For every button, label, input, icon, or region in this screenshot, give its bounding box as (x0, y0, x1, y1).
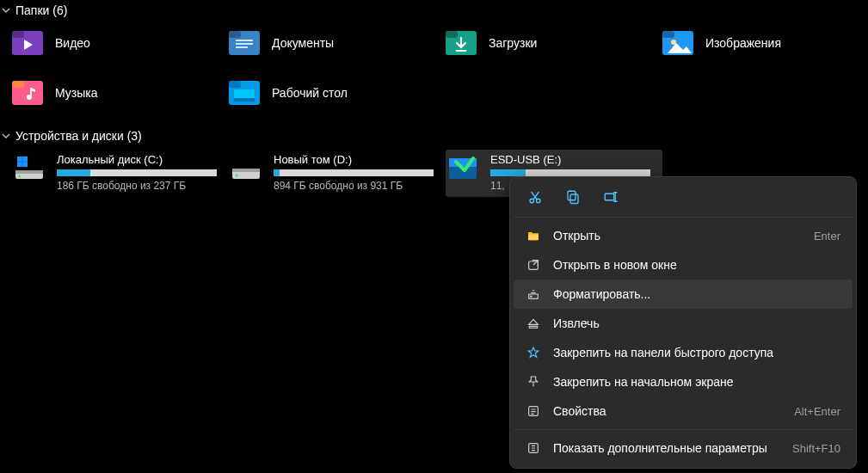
show-more-icon (526, 440, 541, 456)
open-new-window-icon (526, 257, 541, 273)
svg-rect-7 (236, 46, 248, 48)
rename-icon[interactable] (601, 187, 620, 206)
drive-new-volume-d[interactable]: Новый том (D:) 894 ГБ свободно из 931 ГБ (229, 150, 446, 197)
pin-start-icon (526, 374, 541, 390)
svg-point-17 (27, 95, 32, 100)
svg-point-24 (19, 175, 22, 178)
documents-folder-icon (229, 28, 260, 58)
menu-label: Закрепить на начальном экране (553, 375, 828, 389)
folder-pictures[interactable]: Изображения (662, 28, 868, 58)
pin-quick-access-icon (526, 345, 541, 360)
context-menu-pin-start[interactable]: Закрепить на начальном экране (514, 367, 853, 396)
svg-rect-6 (236, 43, 253, 45)
context-menu-open-new-window[interactable]: Открыть в новом окне (514, 250, 853, 280)
svg-rect-4 (229, 31, 241, 38)
folder-label: Рабочий стол (272, 86, 348, 100)
menu-label: Закрепить на панели быстрого доступа (553, 346, 828, 359)
drive-capacity-bar (57, 169, 217, 176)
downloads-folder-icon (446, 28, 477, 58)
context-menu-open[interactable]: Открыть Enter (514, 221, 853, 250)
music-folder-icon (12, 77, 43, 108)
context-menu-show-more[interactable]: Показать дополнительные параметры Shift+… (514, 433, 853, 463)
folder-music[interactable]: Музыка (12, 77, 229, 108)
drive-name: Локальный диск (C:) (57, 153, 224, 166)
svg-rect-26 (17, 157, 22, 162)
video-folder-icon (12, 28, 43, 58)
folders-section-title: Папки (6) (15, 3, 67, 17)
drive-name: Новый том (D:) (274, 153, 440, 166)
context-menu-separator (514, 217, 853, 218)
properties-icon (526, 403, 541, 419)
folder-label: Музыка (55, 86, 98, 100)
menu-label: Открыть в новом окне (553, 258, 828, 272)
folder-desktop[interactable]: Рабочий стол (229, 77, 446, 108)
folder-documents[interactable]: Документы (229, 28, 446, 58)
drive-capacity-bar (274, 169, 434, 176)
svg-rect-19 (229, 81, 241, 88)
hdd-drive-icon (231, 153, 262, 184)
svg-rect-23 (15, 170, 43, 174)
folder-videos[interactable]: Видео (12, 28, 229, 58)
svg-rect-27 (23, 157, 28, 162)
svg-rect-40 (529, 261, 539, 269)
drive-capacity-bar (490, 169, 650, 176)
drive-subtitle: 894 ГБ свободно из 931 ГБ (274, 180, 440, 192)
svg-rect-43 (529, 326, 537, 328)
folder-label: Загрузки (489, 36, 537, 50)
context-menu-separator (514, 429, 853, 430)
menu-shortcut: Shift+F10 (792, 442, 840, 455)
context-menu-action-row (514, 182, 853, 213)
svg-rect-5 (236, 40, 253, 41)
chevron-down-icon (2, 129, 10, 143)
chevron-down-icon (2, 3, 10, 17)
desktop-folder-icon (229, 77, 260, 108)
svg-point-42 (531, 296, 532, 297)
system-drive-icon (14, 153, 45, 184)
menu-label: Открыть (553, 229, 802, 243)
cut-icon[interactable] (526, 187, 545, 206)
drives-section-title: Устройства и диски (3) (15, 129, 142, 143)
menu-label: Форматировать... (553, 287, 828, 301)
pictures-folder-icon (662, 28, 693, 58)
svg-rect-37 (570, 194, 578, 204)
open-folder-icon (526, 228, 541, 243)
context-menu-format[interactable]: Форматировать... (514, 280, 853, 309)
svg-rect-9 (446, 31, 458, 38)
svg-rect-16 (12, 81, 24, 88)
svg-rect-29 (23, 163, 28, 168)
menu-shortcut: Alt+Enter (794, 405, 840, 418)
eject-icon (526, 316, 541, 331)
usb-drive-icon (447, 153, 478, 184)
svg-rect-38 (568, 191, 576, 200)
svg-point-32 (236, 175, 238, 177)
drive-name: ESD-USB (E:) (490, 153, 657, 166)
svg-rect-21 (234, 98, 255, 101)
menu-shortcut: Enter (814, 230, 840, 243)
drives-section-header[interactable]: Устройства и диски (3) (0, 126, 868, 146)
context-menu: Открыть Enter Открыть в новом окне Форма… (509, 176, 857, 469)
drive-local-c[interactable]: Локальный диск (C:) 186 ГБ свободно из 2… (12, 150, 229, 197)
copy-icon[interactable] (563, 187, 582, 206)
folder-label: Документы (272, 36, 334, 50)
folder-downloads[interactable]: Загрузки (446, 28, 662, 58)
folders-grid: Видео Документы Загрузки (0, 21, 868, 126)
svg-rect-28 (17, 163, 22, 168)
folder-label: Изображения (705, 36, 781, 50)
folders-section-header[interactable]: Папки (6) (0, 0, 868, 21)
svg-rect-39 (605, 194, 614, 200)
format-drive-icon (526, 286, 541, 302)
context-menu-eject[interactable]: Извлечь (514, 309, 853, 338)
svg-rect-10 (456, 50, 466, 52)
menu-label: Свойства (553, 404, 782, 418)
drive-subtitle: 186 ГБ свободно из 237 ГБ (57, 180, 224, 192)
context-menu-pin-quick-access[interactable]: Закрепить на панели быстрого доступа (514, 338, 853, 367)
svg-rect-31 (232, 169, 260, 172)
menu-label: Извлечь (553, 316, 828, 330)
folder-label: Видео (55, 36, 90, 50)
svg-rect-1 (12, 31, 24, 38)
svg-rect-12 (662, 31, 674, 38)
menu-label: Показать дополнительные параметры (553, 441, 780, 455)
context-menu-properties[interactable]: Свойства Alt+Enter (514, 396, 853, 426)
